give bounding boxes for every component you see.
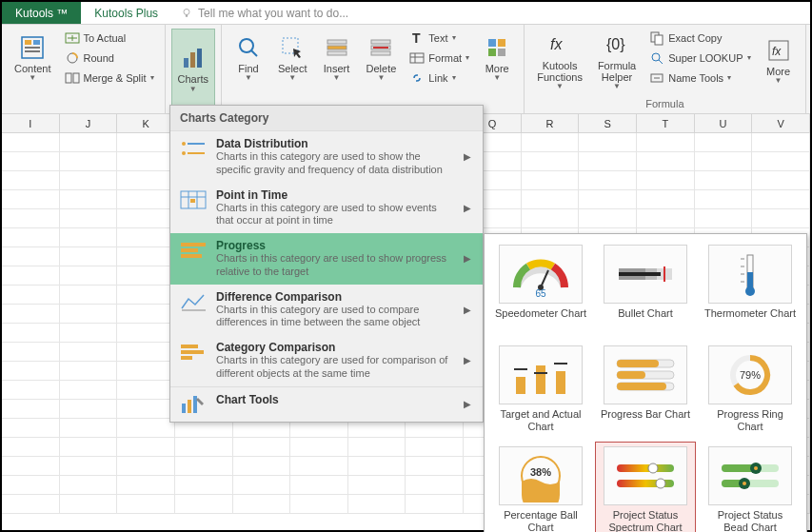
round-icon	[65, 50, 80, 66]
chevron-down-icon: ▾	[465, 54, 469, 62]
category-difference-comparison[interactable]: Difference ComparisonCharts in this cate…	[170, 285, 483, 336]
category-progress[interactable]: ProgressCharts in this category are used…	[170, 233, 483, 285]
thumb-speedometer[interactable]: 65 Speedometer Chart	[490, 240, 591, 337]
tell-me-search[interactable]: Tell me what you want to do...	[171, 2, 358, 24]
find-button[interactable]: Find ▼	[228, 29, 269, 88]
chevron-down-icon: ▼	[333, 74, 341, 82]
spectrum-icon	[604, 446, 687, 505]
svg-rect-55	[181, 345, 198, 348]
thumb-percentage-ball[interactable]: 38% Percentage Ball Chart	[490, 442, 591, 532]
svg-rect-23	[371, 51, 390, 55]
delete-button[interactable]: Delete ▼	[360, 29, 404, 88]
chart-tools-icon	[178, 393, 208, 416]
group-charts: Charts ▼	[166, 25, 222, 113]
category-chart-tools[interactable]: Chart Tools ▶	[170, 386, 483, 422]
link-icon	[409, 70, 425, 86]
thumb-spectrum[interactable]: Project Status Spectrum Chart	[595, 442, 696, 532]
chevron-right-icon: ▶	[460, 399, 475, 409]
svg-point-44	[182, 151, 186, 155]
chevron-down-icon: ▼	[775, 77, 782, 85]
col-header[interactable]: V	[752, 114, 810, 132]
more-button[interactable]: More ▼	[476, 29, 518, 88]
chevron-down-icon: ▾	[150, 74, 154, 82]
data-distribution-icon	[178, 137, 208, 160]
ribbon-tabs: Kutools ™ Kutools Plus Tell me what you …	[2, 2, 810, 25]
col-header[interactable]: R	[522, 114, 580, 132]
svg-point-93	[648, 463, 658, 473]
content-button[interactable]: Content ▼	[8, 29, 58, 88]
svg-rect-57	[181, 356, 192, 360]
link-button[interactable]: Link ▾	[405, 69, 474, 88]
thumb-progress-ring[interactable]: 79% Progress Ring Chart	[700, 341, 801, 438]
exact-copy-button[interactable]: Exact Copy	[644, 29, 755, 48]
more-formula-button[interactable]: fx More ▼	[758, 29, 800, 93]
svg-point-36	[652, 53, 660, 61]
formula-helper-button[interactable]: {0} Formula Helper ▼	[591, 29, 643, 93]
svg-rect-51	[181, 243, 206, 246]
svg-rect-9	[66, 73, 71, 83]
col-header[interactable]: K	[117, 114, 175, 132]
svg-point-71	[745, 286, 755, 296]
category-comparison-icon	[178, 341, 208, 364]
chevron-right-icon: ▶	[460, 355, 475, 365]
charts-button[interactable]: Charts ▼	[171, 29, 215, 109]
chevron-right-icon: ▶	[460, 253, 475, 264]
svg-rect-92	[617, 464, 674, 472]
round-button[interactable]: Round	[60, 49, 159, 68]
chevron-down-icon: ▾	[747, 54, 751, 62]
progress-bar-icon	[604, 345, 687, 404]
category-point-in-time[interactable]: Point in TimeCharts in this category are…	[170, 183, 483, 234]
chevron-down-icon: ▼	[613, 83, 621, 90]
thumb-bullet[interactable]: Bullet Chart	[595, 240, 696, 337]
kutools-functions-button[interactable]: fx Kutools Functions ▼	[530, 29, 589, 93]
svg-rect-80	[556, 371, 565, 394]
name-tools-button[interactable]: Name Tools ▾	[644, 69, 755, 88]
svg-rect-25	[410, 53, 424, 63]
col-header[interactable]: I	[2, 114, 60, 132]
thumb-progress-bar[interactable]: Progress Bar Chart	[595, 341, 696, 438]
svg-rect-43	[188, 143, 205, 145]
tab-kutools-plus[interactable]: Kutools Plus	[81, 2, 171, 24]
svg-rect-83	[617, 360, 659, 367]
svg-rect-31	[498, 49, 505, 56]
svg-rect-35	[655, 35, 663, 45]
chevron-down-icon: ▼	[556, 83, 564, 90]
to-actual-button[interactable]: To Actual	[60, 29, 159, 48]
chevron-down-icon: ▾	[452, 74, 456, 82]
delete-icon	[367, 34, 394, 61]
svg-rect-58	[182, 404, 186, 413]
col-header[interactable]: U	[695, 114, 753, 132]
col-header[interactable]: T	[637, 114, 695, 132]
category-category-comparison[interactable]: Category ComparisonCharts in this catego…	[170, 335, 483, 386]
format-button[interactable]: Format ▾	[405, 49, 474, 68]
merge-split-button[interactable]: Merge & Split ▾	[60, 69, 159, 88]
progress-ring-icon: 79%	[708, 345, 792, 404]
svg-rect-4	[33, 40, 40, 45]
svg-rect-17	[327, 40, 347, 44]
svg-rect-56	[181, 350, 204, 354]
tab-kutools[interactable]: Kutools ™	[2, 2, 81, 24]
text-button[interactable]: T Text ▾	[405, 29, 474, 48]
svg-rect-5	[25, 47, 40, 49]
fx-icon: fx	[546, 31, 573, 58]
col-header[interactable]: S	[579, 114, 637, 132]
thumb-bead[interactable]: Project Status Bead Chart	[700, 442, 801, 532]
select-button[interactable]: Select ▼	[271, 29, 314, 88]
thermometer-icon	[708, 245, 792, 304]
chevron-down-icon: ▼	[288, 74, 296, 82]
svg-rect-30	[488, 49, 496, 56]
svg-text:fx: fx	[772, 45, 782, 58]
group-label-formula: Formula	[530, 96, 799, 109]
insert-button[interactable]: Insert ▼	[316, 29, 358, 88]
svg-rect-18	[327, 46, 347, 49]
thumb-target-actual[interactable]: Target and Actual Chart	[490, 341, 591, 438]
difference-icon	[178, 290, 208, 313]
svg-point-14	[240, 39, 253, 52]
category-data-distribution[interactable]: Data DistributionCharts in this category…	[170, 131, 483, 183]
super-lookup-button[interactable]: Super LOOKUP ▾	[644, 49, 755, 68]
svg-rect-60	[193, 396, 197, 413]
thumb-thermometer[interactable]: Thermometer Chart	[700, 240, 801, 337]
insert-icon	[324, 34, 350, 61]
svg-rect-50	[190, 199, 195, 203]
col-header[interactable]: J	[60, 114, 118, 132]
